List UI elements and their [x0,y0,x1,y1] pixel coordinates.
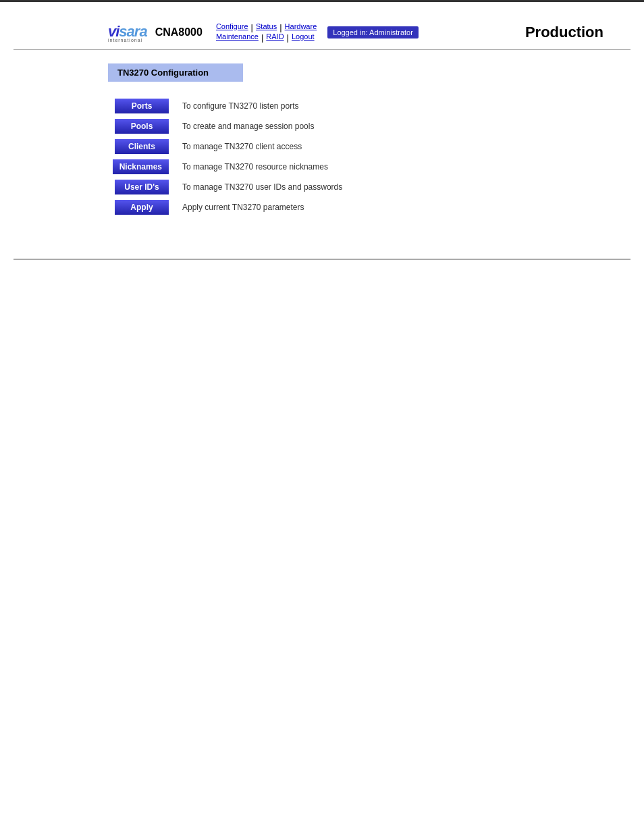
menu-description-5: Apply current TN3270 parameters [169,198,536,217]
menu-table: PortsTo configure TN3270 listen portsPoo… [108,95,536,218]
menu-description-3: To manage TN3270 resource nicknames [169,157,536,176]
menu-button-clients[interactable]: Clients [115,139,169,154]
menu-button-pools[interactable]: Pools [115,119,169,134]
menu-description-2: To manage TN3270 client access [169,137,536,156]
menu-description-4: To manage TN3270 user IDs and passwords [169,178,536,197]
logo-area: visara international CNA8000 [108,23,203,43]
menu-row: ClientsTo manage TN3270 client access [108,137,536,156]
nav-row-2: Maintenance | RAID | Logout [216,32,317,43]
nav-maintenance[interactable]: Maintenance [216,32,259,43]
footer-area [0,260,644,395]
nav-configure[interactable]: Configure [216,22,248,32]
menu-row: ApplyApply current TN3270 parameters [108,198,536,217]
nav-status[interactable]: Status [256,22,277,32]
nav-links: Configure | Status | Hardware Maintenanc… [216,22,317,43]
menu-button-user-id-s[interactable]: User ID's [115,180,169,194]
logo: visara international [108,23,147,43]
logo-text: visara [108,23,147,40]
menu-description-0: To configure TN3270 listen ports [169,97,536,115]
production-title: Production [525,24,603,41]
logo-international: international [108,38,147,43]
menu-row: PortsTo configure TN3270 listen ports [108,97,536,115]
section-title: TN3270 Configuration [108,63,243,82]
nav-row-1: Configure | Status | Hardware [216,22,317,32]
menu-row: NicknamesTo manage TN3270 resource nickn… [108,157,536,176]
menu-row: User ID'sTo manage TN3270 user IDs and p… [108,178,536,197]
nav-logout[interactable]: Logout [292,32,315,43]
menu-button-ports[interactable]: Ports [115,99,169,113]
main-content: TN3270 Configuration PortsTo configure T… [0,50,644,232]
nav-raid[interactable]: RAID [266,32,284,43]
nav-hardware[interactable]: Hardware [285,22,317,32]
logged-in-badge: Logged in: Administrator [327,26,419,38]
menu-description-1: To create and manage session pools [169,117,536,136]
menu-button-nicknames[interactable]: Nicknames [113,159,169,174]
menu-button-apply[interactable]: Apply [115,200,169,215]
header: visara international CNA8000 Configure |… [0,16,644,49]
menu-row: PoolsTo create and manage session pools [108,117,536,136]
device-name: CNA8000 [155,26,203,38]
